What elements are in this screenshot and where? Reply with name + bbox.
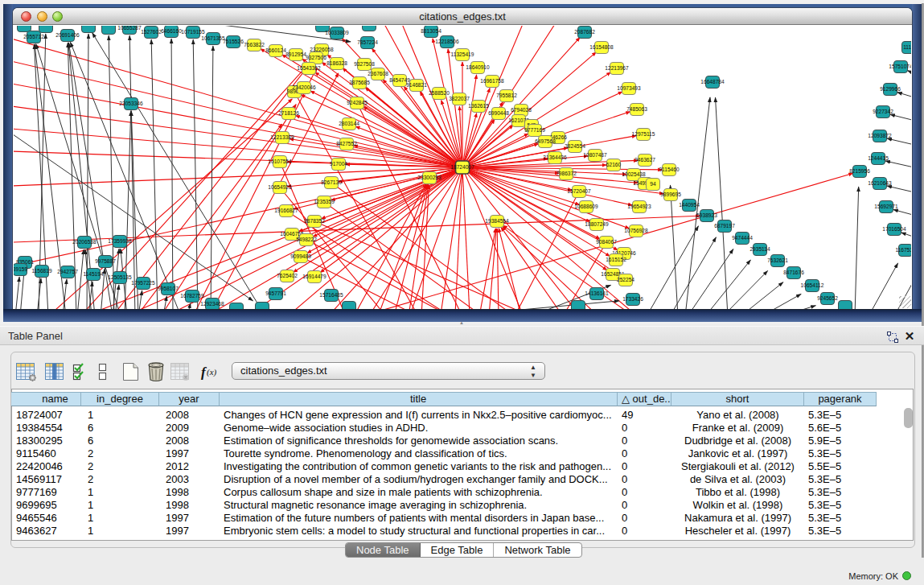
svg-text:5938923: 5938923: [696, 212, 717, 218]
svg-text:10688609: 10688609: [574, 204, 598, 209]
svg-text:12505135: 12505135: [108, 274, 132, 280]
svg-text:3875685: 3875685: [349, 80, 370, 85]
svg-text:8813054: 8813054: [421, 28, 441, 34]
svg-text:7632621: 7632621: [767, 257, 788, 263]
svg-text:2055712: 2055712: [23, 34, 44, 39]
svg-text:15716485: 15716485: [319, 292, 343, 298]
svg-text:(x): (x): [207, 367, 217, 377]
svg-text:23053346: 23053346: [119, 101, 143, 106]
svg-text:12213967: 12213967: [605, 65, 629, 71]
svg-text:11325419: 11325419: [451, 51, 474, 57]
svg-text:17016504: 17016504: [882, 226, 906, 232]
svg-text:5498222: 5498222: [296, 237, 317, 242]
svg-text:7663822: 7663822: [244, 42, 265, 47]
svg-text:16961758: 16961758: [480, 78, 504, 84]
svg-text:9958107: 9958107: [158, 286, 179, 291]
svg-text:1167533: 1167533: [895, 247, 911, 253]
svg-text:9129966: 9129966: [880, 86, 901, 92]
svg-text:7857224: 7857224: [357, 39, 378, 45]
svg-text:9975887: 9975887: [95, 258, 116, 264]
svg-text:8878352: 8878352: [304, 218, 325, 224]
svg-text:1244415: 1244415: [868, 155, 889, 161]
svg-text:62160: 62160: [606, 162, 622, 167]
svg-text:1362615: 1362615: [468, 103, 489, 109]
svg-text:8427552: 8427552: [336, 141, 357, 146]
svg-text:16033809: 16033809: [325, 30, 349, 35]
svg-text:7986372: 7986372: [556, 171, 577, 176]
svg-text:10654925: 10654925: [268, 184, 292, 190]
svg-text:1235359: 1235359: [314, 199, 335, 204]
svg-text:16782759: 16782759: [180, 293, 204, 299]
svg-text:23300293: 23300293: [417, 175, 441, 180]
svg-text:8186328: 8186328: [326, 60, 347, 66]
svg-text:9245652: 9245652: [817, 295, 838, 301]
svg-text:3824554: 3824554: [565, 143, 585, 149]
svg-text:39159: 39159: [14, 266, 27, 272]
svg-text:2942757: 2942757: [57, 269, 78, 274]
svg-text:8912954: 8912954: [285, 51, 306, 57]
svg-text:8471676: 8471676: [783, 270, 804, 275]
svg-text:8215956: 8215956: [849, 168, 870, 174]
svg-text:10719155: 10719155: [181, 29, 205, 35]
svg-text:12093872: 12093872: [868, 133, 892, 138]
svg-text:7625402: 7625402: [277, 273, 298, 278]
svg-text:10025438: 10025438: [622, 171, 646, 177]
svg-text:18640910: 18640910: [466, 64, 490, 70]
svg-text:1615152: 1615152: [606, 257, 626, 262]
svg-text:16914479: 16914479: [302, 274, 326, 279]
svg-text:6466160: 6466160: [161, 28, 182, 34]
svg-text:9146821: 9146821: [406, 82, 427, 88]
svg-text:9099489: 9099489: [290, 253, 311, 259]
svg-text:10807487: 10807487: [583, 152, 607, 158]
svg-text:12218506: 12218506: [435, 39, 459, 44]
svg-text:1145194: 1145194: [83, 271, 104, 277]
svg-text:9327506: 9327506: [306, 55, 326, 60]
svg-text:15751074: 15751074: [889, 64, 911, 69]
svg-text:6497568: 6497568: [535, 138, 556, 144]
svg-text:9899695: 9899695: [660, 192, 681, 197]
svg-text:23420046: 23420046: [292, 84, 316, 90]
svg-text:917004: 917004: [330, 161, 347, 167]
svg-text:16154808: 16154808: [589, 44, 614, 50]
svg-text:16543362: 16543362: [297, 65, 321, 71]
svg-text:1440954: 1440954: [679, 202, 700, 208]
svg-text:1527602: 1527602: [141, 29, 162, 35]
svg-text:15720407: 15720407: [567, 188, 591, 194]
svg-text:10671355: 10671355: [201, 35, 225, 41]
svg-text:9457791: 9457791: [265, 290, 286, 296]
svg-text:2367608: 2367608: [368, 71, 388, 76]
svg-text:7485063: 7485063: [626, 106, 647, 112]
svg-text:6879197: 6879197: [714, 223, 735, 229]
svg-text:9115460: 9115460: [659, 167, 680, 172]
svg-text:16648784: 16648784: [700, 79, 725, 84]
svg-text:7515526: 7515526: [223, 39, 244, 44]
svg-text:2718126: 2718126: [278, 110, 299, 116]
svg-text:17359938: 17359938: [108, 238, 132, 244]
svg-text:1156819: 1156819: [31, 268, 52, 274]
svg-text:9777169: 9777169: [524, 127, 545, 133]
svg-text:9327508: 9327508: [354, 61, 375, 67]
svg-text:10107554: 10107554: [268, 159, 292, 164]
svg-text:18724007: 18724007: [450, 164, 474, 170]
svg-text:94: 94: [650, 181, 656, 187]
svg-text:1117: 1117: [903, 44, 911, 50]
svg-text:21364436: 21364436: [543, 154, 567, 160]
svg-text:9463627: 9463627: [634, 157, 655, 163]
svg-text:12923468: 12923468: [200, 301, 224, 307]
svg-text:10973493: 10973493: [617, 85, 641, 91]
svg-text:1733426: 1733426: [622, 296, 643, 302]
svg-text:17957225: 17957225: [131, 280, 155, 286]
svg-text:14136141: 14136141: [585, 290, 609, 296]
svg-text:8267130: 8267130: [321, 179, 342, 185]
svg-text:20206538: 20206538: [72, 239, 97, 245]
svg-text:3822037: 3822037: [449, 96, 470, 101]
svg-text:12975115: 12975115: [632, 131, 655, 137]
svg-text:19384554: 19384554: [485, 218, 509, 224]
svg-text:16210643: 16210643: [868, 180, 892, 186]
svg-text:15692971: 15692971: [874, 204, 898, 209]
svg-text:18807249: 18807249: [585, 221, 609, 227]
svg-text:20691406: 20691406: [55, 32, 80, 38]
svg-text:9084067: 9084067: [596, 239, 617, 245]
svg-text:10756928: 10756928: [624, 228, 648, 233]
svg-text:2935114: 2935114: [749, 246, 770, 252]
